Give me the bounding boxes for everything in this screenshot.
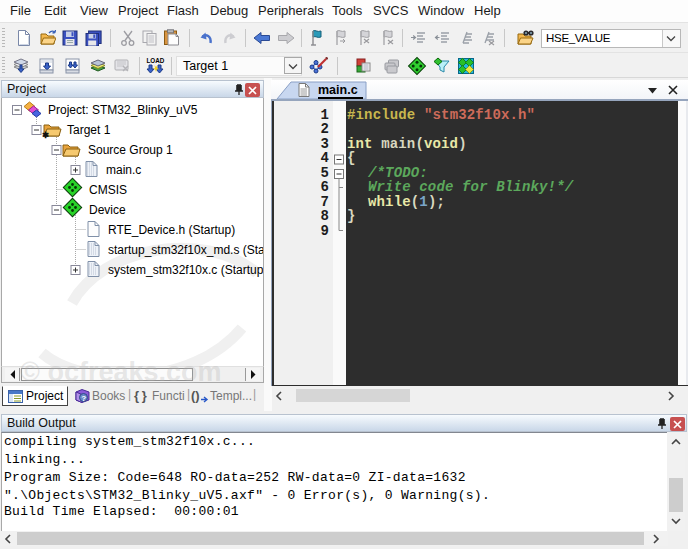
svg-text:?: ? [81,394,86,403]
svg-text:LOAD: LOAD [147,57,165,64]
svg-text:✱: ✱ [42,130,49,140]
